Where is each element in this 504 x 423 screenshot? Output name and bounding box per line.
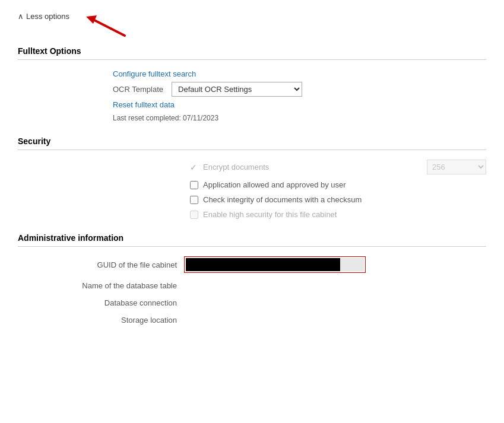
less-options-label: Less options <box>26 12 69 21</box>
admin-info-title: Administrative information <box>18 233 486 247</box>
less-options-bar: ∧ Less options <box>18 12 486 40</box>
check-integrity-checkbox[interactable] <box>190 196 198 204</box>
guid-black-area <box>186 258 340 271</box>
db-connection-label: Database connection <box>18 298 184 307</box>
db-table-label: Name of the database table <box>18 281 184 290</box>
storage-location-label: Storage location <box>18 316 184 325</box>
last-reset-label: Last reset completed: 07/11/2023 <box>113 114 302 122</box>
configure-fulltext-row: Configure fulltext search OCR Template D… <box>18 69 486 122</box>
high-security-row: Enable high security for this file cabin… <box>18 210 486 219</box>
guid-label: GUID of the file cabinet <box>18 260 184 269</box>
security-section: Security ✓ Encrypt documents 256 Applica… <box>18 136 486 219</box>
check-integrity-row: Check integrity of documents with a chec… <box>18 195 486 204</box>
ocr-template-label: OCR Template <box>113 85 163 94</box>
ocr-template-select[interactable]: Default OCR Settings <box>172 82 302 97</box>
red-arrow-icon <box>74 12 128 40</box>
chevron-up-icon: ∧ <box>18 12 24 21</box>
security-title: Security <box>18 136 486 150</box>
svg-line-0 <box>92 19 125 36</box>
guid-value-box <box>184 256 366 273</box>
guid-grey-area <box>340 258 364 271</box>
admin-info-section: Administrative information GUID of the f… <box>18 233 486 325</box>
storage-location-row: Storage location <box>18 316 486 325</box>
app-allowed-label: Application allowed and approved by user <box>203 180 346 189</box>
encrypt-checkmark-icon: ✓ <box>190 163 198 172</box>
check-integrity-label: Check integrity of documents with a chec… <box>203 195 362 204</box>
high-security-label: Enable high security for this file cabin… <box>203 210 337 219</box>
db-connection-row: Database connection <box>18 298 486 307</box>
reset-fulltext-link[interactable]: Reset fulltext data <box>113 100 302 109</box>
encrypt-bits-select[interactable]: 256 <box>427 160 486 174</box>
app-allowed-checkbox[interactable] <box>190 181 198 189</box>
encrypt-documents-label: Encrypt documents <box>203 163 351 171</box>
fulltext-options-section: Fulltext Options Configure fulltext sear… <box>18 46 486 122</box>
fulltext-options-title: Fulltext Options <box>18 46 486 60</box>
less-options-link[interactable]: ∧ Less options <box>18 12 69 21</box>
configure-fulltext-link[interactable]: Configure fulltext search <box>113 69 302 78</box>
guid-row: GUID of the file cabinet <box>18 256 486 273</box>
encrypt-documents-row: ✓ Encrypt documents 256 <box>18 160 486 174</box>
app-allowed-row: Application allowed and approved by user <box>18 180 486 189</box>
db-table-row: Name of the database table <box>18 281 486 290</box>
high-security-checkbox[interactable] <box>190 211 198 219</box>
